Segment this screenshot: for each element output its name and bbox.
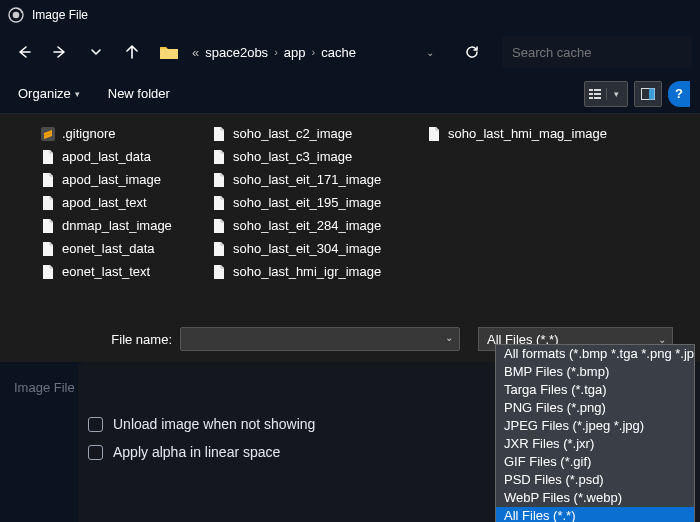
chevron-right-icon: › <box>312 46 316 58</box>
file-item[interactable]: soho_last_c2_image <box>211 122 410 145</box>
file-item[interactable]: apod_last_text <box>40 191 195 214</box>
svg-rect-5 <box>589 97 593 99</box>
nav-bar: « space2obs › app › cache ⌄ <box>0 30 700 74</box>
filetype-option[interactable]: PNG Files (*.png) <box>496 399 694 417</box>
file-name: apod_last_data <box>62 149 151 164</box>
breadcrumb-item[interactable]: app <box>284 45 306 60</box>
file-icon <box>40 195 56 211</box>
file-icon <box>211 241 227 257</box>
file-icon <box>426 126 442 142</box>
filename-label: File name: <box>40 332 180 347</box>
file-item[interactable]: soho_last_eit_304_image <box>211 237 410 260</box>
chevron-right-icon: › <box>274 46 278 58</box>
file-name: soho_last_eit_195_image <box>233 195 381 210</box>
breadcrumb-prefix: « <box>192 45 199 60</box>
new-folder-button[interactable]: New folder <box>108 86 170 101</box>
alpha-label: Apply alpha in linear space <box>113 444 280 460</box>
file-name: .gitignore <box>62 126 115 141</box>
organize-menu[interactable]: Organize ▾ <box>18 86 80 101</box>
file-item[interactable]: eonet_last_data <box>40 237 195 260</box>
new-folder-label: New folder <box>108 86 170 101</box>
file-item[interactable]: apod_last_image <box>40 168 195 191</box>
chevron-down-icon[interactable]: ⌄ <box>426 47 440 58</box>
file-name: soho_last_c2_image <box>233 126 352 141</box>
filetype-option[interactable]: GIF Files (*.gif) <box>496 453 694 471</box>
svg-rect-6 <box>594 89 601 91</box>
app-icon <box>8 7 24 23</box>
file-item[interactable]: soho_last_eit_284_image <box>211 214 410 237</box>
file-name: soho_last_eit_171_image <box>233 172 381 187</box>
breadcrumb-item[interactable]: space2obs <box>205 45 268 60</box>
file-icon <box>211 126 227 142</box>
svg-rect-3 <box>589 89 593 91</box>
file-icon <box>211 149 227 165</box>
file-name: apod_last_text <box>62 195 147 210</box>
svg-rect-4 <box>589 93 593 95</box>
view-mode-button[interactable]: ▾ <box>584 81 628 107</box>
filetype-option[interactable]: All formats (*.bmp *.tga *.png *.jpeg *.… <box>496 345 694 363</box>
refresh-button[interactable] <box>454 36 490 68</box>
file-icon <box>211 172 227 188</box>
filetype-option[interactable]: BMP Files (*.bmp) <box>496 363 694 381</box>
organize-label: Organize <box>18 86 71 101</box>
file-item[interactable]: soho_last_eit_195_image <box>211 191 410 214</box>
filename-input[interactable]: ⌄ <box>180 327 460 351</box>
breadcrumb[interactable]: « space2obs › app › cache ⌄ <box>184 36 446 68</box>
file-name: eonet_last_text <box>62 264 150 279</box>
chevron-down-icon: ▾ <box>75 89 80 99</box>
file-name: soho_last_eit_284_image <box>233 218 381 233</box>
unload-label: Unload image when not showing <box>113 416 315 432</box>
chevron-down-icon: ▾ <box>614 89 619 99</box>
back-button[interactable] <box>8 36 40 68</box>
file-icon <box>40 172 56 188</box>
svg-rect-10 <box>649 88 655 99</box>
up-button[interactable] <box>116 36 148 68</box>
breadcrumb-item[interactable]: cache <box>321 45 356 60</box>
filetype-dropdown[interactable]: All formats (*.bmp *.tga *.png *.jpeg *.… <box>495 344 695 522</box>
file-name: soho_last_c3_image <box>233 149 352 164</box>
preview-pane-button[interactable] <box>634 81 662 107</box>
file-item[interactable]: dnmap_last_image <box>40 214 195 237</box>
file-name: dnmap_last_image <box>62 218 172 233</box>
svg-rect-7 <box>594 93 601 95</box>
file-icon <box>211 218 227 234</box>
file-item[interactable]: soho_last_c3_image <box>211 145 410 168</box>
chevron-down-icon: ⌄ <box>658 334 666 345</box>
forward-button[interactable] <box>44 36 76 68</box>
title-bar: Image File <box>0 0 700 30</box>
filetype-option[interactable]: JPEG Files (*.jpeg *.jpg) <box>496 417 694 435</box>
file-name: soho_last_hmi_mag_image <box>448 126 607 141</box>
file-item[interactable]: .gitignore <box>40 122 195 145</box>
filetype-option[interactable]: PSD Files (*.psd) <box>496 471 694 489</box>
file-icon <box>211 195 227 211</box>
svg-rect-2 <box>160 49 178 59</box>
search-input[interactable] <box>502 36 692 68</box>
file-name: eonet_last_data <box>62 241 155 256</box>
filetype-option[interactable]: WebP Files (*.webp) <box>496 489 694 507</box>
filetype-option[interactable]: All Files (*.*) <box>496 507 694 522</box>
file-item[interactable]: eonet_last_text <box>40 260 195 283</box>
help-button[interactable]: ? <box>668 81 690 107</box>
file-icon <box>40 149 56 165</box>
recent-dropdown[interactable] <box>80 36 112 68</box>
file-item[interactable]: soho_last_hmi_mag_image <box>426 122 625 145</box>
file-name: soho_last_hmi_igr_image <box>233 264 381 279</box>
file-icon <box>40 126 56 142</box>
window-title: Image File <box>32 8 88 22</box>
file-item[interactable]: apod_last_data <box>40 145 195 168</box>
toolbar: Organize ▾ New folder ▾ ? <box>0 74 700 114</box>
file-list: .gitignoreapod_last_dataapod_last_imagea… <box>0 114 700 314</box>
file-icon <box>40 241 56 257</box>
checkbox-icon[interactable] <box>88 445 103 460</box>
svg-rect-8 <box>594 97 601 99</box>
filetype-option[interactable]: Targa Files (*.tga) <box>496 381 694 399</box>
file-item[interactable]: soho_last_eit_171_image <box>211 168 410 191</box>
checkbox-icon[interactable] <box>88 417 103 432</box>
file-name: soho_last_eit_304_image <box>233 241 381 256</box>
filetype-option[interactable]: JXR Files (*.jxr) <box>496 435 694 453</box>
file-name: apod_last_image <box>62 172 161 187</box>
file-icon <box>211 264 227 280</box>
svg-point-1 <box>13 12 20 19</box>
chevron-down-icon[interactable]: ⌄ <box>445 332 453 343</box>
file-item[interactable]: soho_last_hmi_igr_image <box>211 260 410 283</box>
